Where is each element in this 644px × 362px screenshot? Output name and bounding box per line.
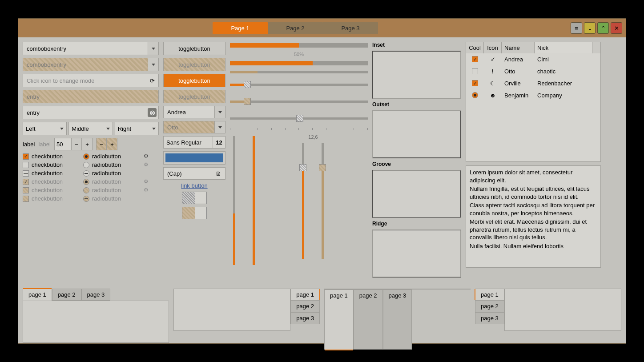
scale-value-label: 12,6 [304, 134, 322, 140]
chevron-down-icon [152, 128, 156, 130]
chevron-down-icon [60, 128, 64, 130]
row-check-icon[interactable] [472, 80, 478, 86]
nb-tab-3[interactable]: page 3 [383, 290, 412, 350]
radiobutton-disabled-checked: radiobutton [83, 178, 141, 185]
nb-tab-1[interactable]: page 1 [324, 290, 354, 350]
percent-label: 50% [230, 52, 368, 57]
vslider-2[interactable] [250, 136, 258, 265]
dropdown-arrow-icon[interactable] [214, 106, 225, 118]
lorem-line: Morbi vel elit erat. Maecenas dignissim,… [470, 218, 597, 241]
checkbutton-disabled-mixed: checkbutton [23, 195, 80, 202]
nb-tab-2[interactable]: page 2 [354, 290, 383, 350]
togglebutton-active[interactable]: togglebutton [163, 74, 225, 87]
gear-icon-disabled: ⚙ [144, 161, 153, 168]
nb-tab-3[interactable]: page 3 [290, 312, 320, 324]
nb-tab-2[interactable]: page 2 [290, 300, 320, 312]
table-row[interactable]: ✓ Andrea Cimi [466, 53, 600, 65]
header-tab-3[interactable]: Page 3 [323, 22, 378, 34]
entry-clearable[interactable]: entry ⊗ [23, 106, 159, 119]
table-row[interactable]: ! Otto chaotic [466, 65, 600, 77]
radiobutton-mixed[interactable]: radiobutton [83, 170, 141, 177]
refresh-icon[interactable]: ⟳ [150, 77, 155, 84]
combobox-entry-1[interactable]: comboboxentry [23, 42, 159, 55]
spinbutton[interactable]: − + [54, 138, 93, 150]
vslider-3[interactable] [299, 143, 308, 259]
check-radio-grid: checkbutton radiobutton ⚙ checkbutton ra… [23, 153, 159, 202]
row-radio-icon[interactable] [472, 92, 478, 98]
text-view[interactable]: Lorem ipsum dolor sit amet, consectetur … [466, 165, 601, 268]
nb-tab-1[interactable]: page 1 [23, 289, 52, 301]
column-cool[interactable]: Cool [466, 42, 484, 53]
spin-minus[interactable]: − [71, 138, 82, 150]
menu-button[interactable]: ≡ [571, 22, 582, 34]
header-tab-2[interactable]: Page 2 [268, 22, 323, 34]
nb-tab-2[interactable]: page 2 [52, 289, 81, 301]
cell-name: Orville [502, 79, 535, 88]
vslider-disabled [318, 143, 327, 259]
column-name[interactable]: Name [502, 42, 535, 53]
checkbutton-unchecked[interactable]: checkbutton [23, 161, 80, 168]
font-selector[interactable]: Sans Regular 12 [163, 136, 225, 149]
row-check-icon[interactable] [472, 68, 478, 74]
radiobutton-disabled: radiobutton [83, 187, 141, 193]
spin-minus: − [96, 138, 107, 150]
dropdown-arrow-icon [214, 121, 225, 133]
spin-plus[interactable]: + [82, 138, 93, 150]
nb-tab-3[interactable]: page 3 [475, 312, 504, 324]
progressbar-1 [230, 43, 368, 48]
progressbar-2 [230, 61, 368, 65]
dropdown-arrow-icon[interactable] [148, 42, 158, 55]
slider-horizontal-1[interactable] [230, 80, 368, 89]
segment-right[interactable]: Right [115, 122, 159, 135]
slider-horizontal-disabled [230, 97, 368, 106]
notebook-top-tabs: page 1 page 2 page 3 [23, 289, 169, 344]
progressbar-disabled [230, 71, 368, 73]
segment-left[interactable]: Left [23, 122, 67, 135]
file-chooser[interactable]: (Cap) 🗎 [163, 167, 225, 180]
vslider-1[interactable] [230, 136, 239, 265]
segment-middle[interactable]: Middle [68, 122, 113, 135]
frame-label-outset: Outset [372, 101, 461, 108]
column-treeview: Cool Icon Name Nick ✓ Andrea Cimi ! Otto… [466, 42, 601, 284]
close-button[interactable]: ✕ [611, 22, 622, 34]
treeview[interactable]: Cool Icon Name Nick ✓ Andrea Cimi ! Otto… [466, 42, 601, 162]
column-nick[interactable]: Nick [535, 42, 592, 53]
table-row[interactable]: ☻ Benjamin Company [466, 89, 600, 101]
color-button[interactable] [163, 151, 225, 165]
clear-icon[interactable]: ⊗ [148, 108, 157, 117]
row-check-icon[interactable] [472, 56, 478, 62]
file-label: (Cap) [167, 170, 182, 177]
header-tab-1[interactable]: Page 1 [213, 22, 268, 34]
link-button[interactable]: link button [163, 182, 225, 189]
gear-icon-disabled: ⚙ [144, 187, 153, 193]
color-swatch [165, 153, 223, 162]
table-row[interactable]: ☾ Orville Redenbacher [466, 77, 600, 89]
combobox-andrea[interactable]: Andrea [163, 106, 225, 118]
switch-off[interactable] [182, 192, 207, 204]
radiobutton-unchecked[interactable]: radiobutton [83, 161, 141, 168]
label-disabled: label [38, 141, 50, 148]
cell-name: Benjamin [502, 91, 535, 100]
notebook-left-tabs: page 1 page 2 page 3 [475, 289, 621, 344]
mode-placeholder: Click icon to change mode [27, 77, 94, 84]
nb-tab-2[interactable]: page 2 [475, 300, 504, 312]
document-icon: 🗎 [216, 170, 221, 177]
mode-entry[interactable]: Click icon to change mode ⟳ [23, 74, 159, 87]
nb-tab-3[interactable]: page 3 [81, 289, 111, 301]
chevron-down-icon: ⌄ [588, 25, 592, 32]
checkbutton-mixed[interactable]: checkbutton [23, 170, 80, 177]
togglebutton-normal[interactable]: togglebutton [163, 42, 225, 55]
nb-tab-1[interactable]: page 1 [475, 289, 504, 300]
checkbutton-checked[interactable]: checkbutton [23, 153, 80, 160]
cell-nick: chaotic [535, 67, 592, 76]
maximize-button[interactable]: ⌃ [597, 22, 609, 34]
column-icon[interactable]: Icon [484, 42, 502, 53]
slider-with-ticks[interactable] [230, 114, 368, 123]
spin-input[interactable] [54, 138, 71, 150]
nb-tab-1[interactable]: page 1 [290, 289, 320, 300]
minimize-button[interactable]: ⌄ [584, 22, 596, 34]
radiobutton-checked[interactable]: radiobutton [83, 153, 141, 160]
gear-icon[interactable]: ⚙ [144, 153, 153, 160]
frame-outset [372, 110, 461, 158]
lorem-line: Nullam fringilla, est ut feugiat ultrice… [470, 185, 597, 201]
